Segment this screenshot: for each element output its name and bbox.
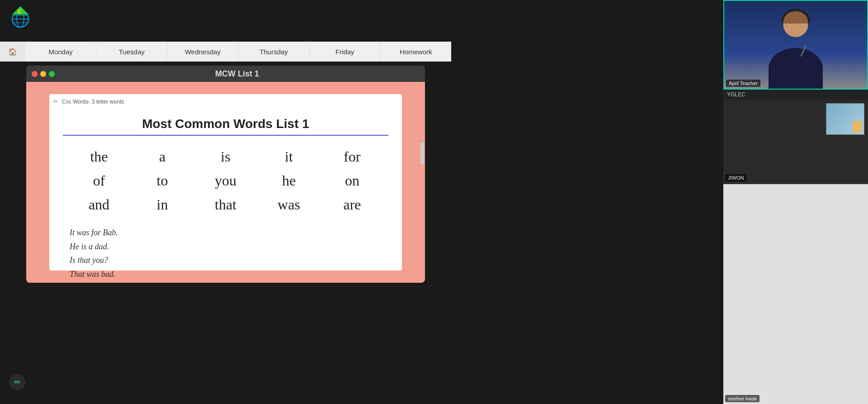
word-cell: you (194, 169, 257, 193)
yglec-thumbnail (826, 103, 864, 135)
yglec-video: JIWON (723, 100, 868, 183)
slide-scrollbar[interactable] (420, 142, 424, 165)
nav-tuesday[interactable]: Tuesday (96, 42, 167, 62)
minimize-window-button[interactable] (40, 71, 46, 77)
slide-edit-icon: ✏ (53, 98, 58, 105)
window-controls (32, 71, 55, 77)
sentence: He is a dad. (70, 240, 388, 254)
home-icon: 🏠 (8, 48, 17, 56)
word-cell: of (67, 169, 131, 193)
slide-content: ✏ Cvc Words- 3 letter words Most Common … (49, 94, 402, 271)
pencil-icon: ✏ (14, 377, 21, 387)
yglec-label: YGLEC (723, 90, 868, 100)
jiwon-name-badge: JIWON (725, 174, 746, 181)
pencil-button[interactable]: ✏ (9, 374, 25, 390)
seohee-video: seohee kwak (723, 183, 868, 404)
navigation-bar: 🏠 Monday Tuesday Wednesday Thursday Frid… (0, 42, 451, 62)
sentence: It was for Bab. (70, 226, 388, 240)
word-cell: the (67, 145, 131, 169)
svg-text:E: E (18, 8, 22, 15)
slide-main-title: Most Common Words List 1 (63, 117, 388, 136)
word-cell: is (194, 145, 257, 169)
presentation-window: MCW List 1 ✏ Cvc Words- 3 letter words M… (26, 66, 425, 283)
word-cell: a (131, 145, 194, 169)
word-grid: theaisitforoftoyouheonandinthatwasare (67, 145, 384, 217)
nav-home-button[interactable]: 🏠 (0, 42, 25, 62)
maximize-window-button[interactable] (49, 71, 55, 77)
teacher-video: April Teacher (723, 0, 868, 90)
word-cell: that (194, 193, 257, 217)
word-cell: it (257, 145, 321, 169)
presentation-body: ✏ Cvc Words- 3 letter words Most Common … (26, 82, 425, 283)
word-cell: in (131, 193, 194, 217)
nav-homework[interactable]: Homework (380, 42, 451, 62)
word-cell: are (321, 193, 384, 217)
word-cell: to (131, 169, 194, 193)
presentation-title: MCW List 1 (55, 69, 420, 79)
sentence: That was bad. (70, 267, 388, 281)
word-cell: on (321, 169, 384, 193)
right-panel: April Teacher YGLEC JIWON seohee kwak (723, 0, 868, 404)
sentences: It was for Bab.He is a dad.Is that you?T… (70, 226, 388, 281)
nav-wednesday[interactable]: Wednesday (167, 42, 238, 62)
slide-subtitle: Cvc Words- 3 letter words (62, 99, 124, 105)
word-cell: he (257, 169, 321, 193)
teacher-video-bg (724, 1, 867, 89)
teacher-name-badge: April Teacher (726, 80, 760, 87)
app-logo: E (7, 5, 38, 36)
nav-monday[interactable]: Monday (25, 42, 96, 62)
nav-friday[interactable]: Friday (309, 42, 380, 62)
nav-thursday[interactable]: Thursday (238, 42, 309, 62)
word-cell: was (257, 193, 321, 217)
close-window-button[interactable] (32, 71, 38, 77)
word-cell: and (67, 193, 131, 217)
seohee-name-badge: seohee kwak (725, 395, 760, 402)
word-cell: for (321, 145, 384, 169)
sentence: Is that you? (70, 253, 388, 267)
presentation-titlebar: MCW List 1 (26, 66, 425, 82)
